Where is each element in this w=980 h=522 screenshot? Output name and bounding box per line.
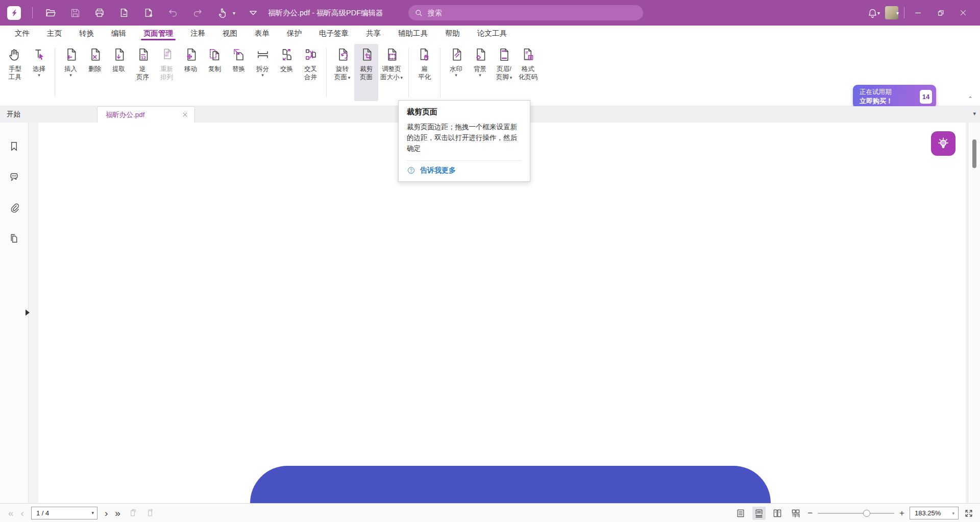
zoom-slider-thumb[interactable]: [863, 510, 870, 517]
search-input[interactable]: [428, 9, 637, 17]
menu-item-form[interactable]: 表单: [246, 26, 278, 41]
menu-item-paper-tools[interactable]: 论文工具: [469, 26, 516, 41]
ribbon-tool-watermark[interactable]: 水印▾: [444, 44, 468, 101]
menu-item-home[interactable]: 主页: [38, 26, 70, 41]
view-single-page-icon[interactable]: [734, 507, 747, 520]
menu-item-accessibility[interactable]: 辅助工具: [389, 26, 436, 41]
sidebar-item-pages[interactable]: [5, 229, 23, 247]
ribbon-tool-split[interactable]: 拆分▾: [251, 44, 275, 101]
trial-purchase-banner[interactable]: 正在试用期 立即购买！ 14: [853, 85, 936, 108]
comment-icon: [8, 171, 20, 183]
menu-item-share[interactable]: 共享: [357, 26, 389, 41]
ribbon-tool-cross-merge[interactable]: 交叉合并: [299, 44, 323, 101]
copy-document-icon[interactable]: [117, 6, 131, 19]
next-view-icon: [145, 508, 155, 518]
pages-icon: [8, 232, 20, 244]
zoom-slider[interactable]: [818, 510, 894, 517]
swap-page-icon: [279, 47, 295, 62]
ribbon-tool-crop-page[interactable]: 裁剪页面: [354, 44, 378, 101]
ribbon-tool-reverse-order[interactable]: 12逆页序: [131, 44, 155, 101]
page-caret-icon[interactable]: ▾: [91, 510, 94, 515]
close-button[interactable]: [954, 4, 972, 21]
ribbon-tool-delete-page[interactable]: 删除: [83, 44, 107, 101]
assistant-lightbulb-button[interactable]: [931, 131, 955, 156]
ribbon-tool-label: 复制: [208, 65, 221, 73]
ribbon-tool-label: 插入: [64, 65, 77, 73]
minimize-button[interactable]: [910, 4, 927, 21]
ribbon-tool-label: 裁剪: [360, 65, 373, 73]
pdf-page-blue-graphic: [250, 466, 771, 503]
crop-page-icon: [359, 47, 374, 62]
ribbon-tool-background[interactable]: 背景▾: [468, 44, 492, 101]
menu-item-view[interactable]: 视图: [214, 26, 246, 41]
zoom-out-button[interactable]: −: [807, 508, 813, 518]
ribbon-tool-replace-page[interactable]: 替换: [227, 44, 251, 101]
sidebar-item-comments[interactable]: [5, 168, 23, 186]
ribbon-tool-insert-page[interactable]: 插入▾: [59, 44, 83, 101]
ribbon-tool-flatten[interactable]: 扁平化: [412, 44, 436, 101]
ribbon-tool-resize-page[interactable]: 调整页面大小▾: [378, 44, 405, 101]
ribbon-tool-label: 旋转: [336, 65, 349, 73]
vertical-scrollbar[interactable]: [968, 123, 980, 503]
flatten-icon: [417, 47, 432, 62]
ribbon-tool-format-page-number[interactable]: #格式化页码: [516, 44, 540, 101]
menu-item-protect[interactable]: 保护: [278, 26, 310, 41]
ribbon-tool-swap-page[interactable]: 交换: [275, 44, 299, 101]
tab-list-caret-icon[interactable]: ▾: [973, 110, 976, 117]
menu-item-convert[interactable]: 转换: [70, 26, 103, 41]
ribbon-tool-move-page[interactable]: 移动: [179, 44, 203, 101]
menu-item-comment[interactable]: 注释: [182, 26, 214, 41]
ribbon-tool-label: 重新: [160, 65, 173, 73]
last-page-button[interactable]: »: [115, 508, 120, 518]
tell-me-more-link[interactable]: 告诉我更多: [420, 166, 456, 175]
foxit-logo-icon: [7, 6, 21, 20]
menu-item-page-manage[interactable]: 页面管理: [135, 26, 182, 41]
zoom-in-button[interactable]: +: [899, 508, 904, 518]
touch-mode-icon[interactable]: [215, 6, 229, 19]
scrollbar-thumb[interactable]: [972, 139, 976, 168]
notifications-caret-icon[interactable]: ▾: [877, 10, 880, 16]
caret-down-icon: ▾: [348, 75, 351, 80]
search-bar[interactable]: [408, 5, 643, 20]
zoom-caret-icon[interactable]: ▾: [952, 511, 954, 516]
ribbon-tool-hand-tool[interactable]: 手型工具: [3, 44, 27, 101]
menu-item-help[interactable]: 帮助: [436, 26, 469, 41]
ribbon-tool-rotate-page[interactable]: 旋转页面▾: [330, 44, 354, 101]
zoom-level-input[interactable]: 183.25% ▾: [910, 507, 959, 519]
caret-down-icon: ▾: [455, 73, 457, 78]
panel-expand-handle[interactable]: [26, 310, 30, 316]
menu-item-edit[interactable]: 编辑: [103, 26, 135, 41]
tab-close-icon[interactable]: [180, 110, 189, 120]
print-icon[interactable]: [93, 6, 106, 19]
ribbon-tool-label: 页面: [360, 73, 373, 81]
ribbon-tool-header-footer[interactable]: 页眉/页脚▾: [492, 44, 516, 101]
sidebar-item-attachments[interactable]: [5, 198, 23, 217]
tab-document-active[interactable]: 福昕办公.pdf: [97, 106, 195, 123]
new-document-icon[interactable]: [142, 6, 155, 19]
tab-start-page[interactable]: 开始: [0, 106, 97, 123]
restore-button[interactable]: [932, 4, 949, 21]
view-facing-icon[interactable]: [771, 507, 784, 520]
ribbon-tool-select-tool[interactable]: 选择▾: [27, 44, 51, 101]
fullscreen-icon[interactable]: [964, 508, 974, 518]
help-question-icon: [407, 166, 415, 175]
ribbon-tool-copy-page[interactable]: 复制: [203, 44, 227, 101]
open-file-icon[interactable]: [44, 6, 57, 19]
next-page-button[interactable]: ›: [105, 508, 108, 518]
window-title: 福昕办公.pdf - 福昕高级PDF编辑器: [268, 8, 383, 18]
menu-item-esign[interactable]: 电子签章: [310, 26, 357, 41]
view-facing-continuous-icon[interactable]: [789, 507, 802, 520]
touch-mode-caret-icon[interactable]: ▾: [233, 10, 235, 16]
reverse-order-icon: 12: [135, 47, 151, 62]
page-number-input[interactable]: 1 / 4 ▾: [31, 507, 97, 519]
view-continuous-icon[interactable]: [752, 507, 766, 520]
menu-item-file[interactable]: 文件: [6, 26, 38, 41]
customize-toolbar-icon[interactable]: [247, 6, 260, 19]
collapse-ribbon-icon[interactable]: ⌃: [968, 96, 973, 103]
cross-merge-icon: [303, 47, 318, 62]
background-icon: [473, 47, 488, 62]
account-caret-icon[interactable]: ▾: [896, 10, 899, 16]
ribbon-tool-extract-page[interactable]: 提取: [107, 44, 131, 101]
sidebar-item-bookmarks[interactable]: [5, 137, 23, 155]
delete-page-icon: [87, 47, 103, 62]
